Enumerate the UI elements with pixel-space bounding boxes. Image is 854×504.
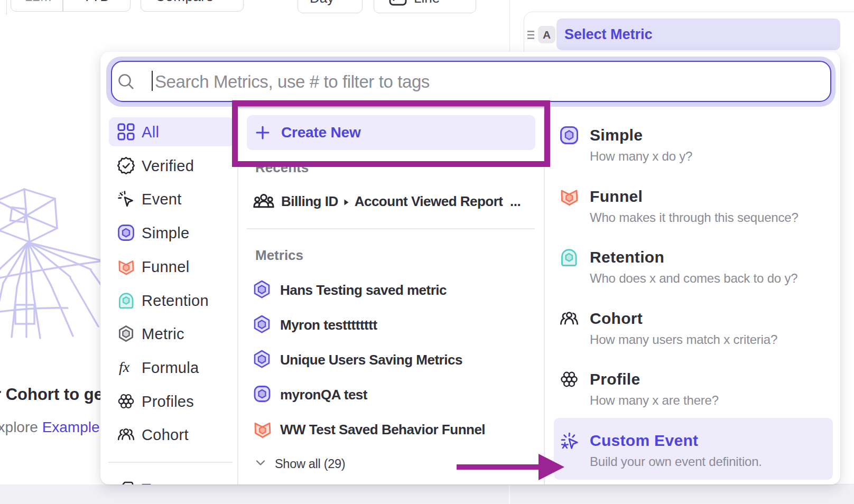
svg-text:fx: fx — [119, 359, 130, 375]
